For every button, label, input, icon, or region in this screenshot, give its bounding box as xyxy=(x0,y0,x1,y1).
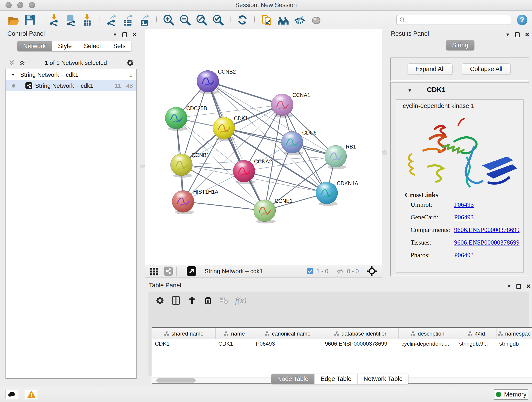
close-panel-icon[interactable]: ✕ xyxy=(132,31,137,38)
network-share-icon[interactable] xyxy=(164,267,173,276)
title-bar: Session: New Session xyxy=(0,0,532,11)
export-table-icon[interactable] xyxy=(121,13,134,27)
crosslink-row: Uniprot:P06493 xyxy=(411,201,474,208)
zoom-out-icon[interactable] xyxy=(178,13,192,27)
column-header-database-identifier[interactable]: database identifier xyxy=(322,328,399,339)
float-panel-icon[interactable] xyxy=(515,32,520,37)
network-edge[interactable] xyxy=(208,81,282,105)
crosslink-link[interactable]: P06493 xyxy=(454,251,474,259)
node-highlight xyxy=(168,108,180,115)
network-list: ▼ String Network – cdk1 1 String Network… xyxy=(6,69,137,379)
export-image-icon[interactable] xyxy=(138,13,151,27)
column-header-@id[interactable]: @id xyxy=(456,328,496,339)
zoom-in-icon[interactable] xyxy=(162,13,175,27)
birds-eye-view-icon[interactable] xyxy=(149,267,158,276)
network-canvas[interactable]: CCNB2CCNA1CDC25BCDK1CDC6RB1CCNB1CCNA2CDK… xyxy=(145,29,382,265)
delete-column-icon[interactable] xyxy=(203,296,213,305)
node-highlight xyxy=(256,201,268,208)
hide-selected-icon[interactable] xyxy=(293,13,306,27)
table-cell[interactable]: CDK1 xyxy=(152,339,215,349)
warnings-button[interactable] xyxy=(25,390,38,399)
table-cell[interactable]: stringdb:9... xyxy=(456,339,496,349)
memory-button[interactable]: Memory xyxy=(494,389,528,400)
left-splitter-handle[interactable] xyxy=(140,165,145,168)
network-graph[interactable]: CCNB2CCNA1CDC25BCDK1CDC6RB1CCNB1CCNA2CDK… xyxy=(145,29,382,265)
crosslink-label: Compartments: xyxy=(411,226,454,234)
collapse-entry-icon[interactable]: ▼ xyxy=(408,88,412,93)
tab-edge-table[interactable]: Edge Table xyxy=(314,374,357,384)
export-network-icon[interactable] xyxy=(105,13,118,27)
tab-node-table[interactable]: Node Table xyxy=(271,374,314,384)
main-toolbar: ? xyxy=(0,11,532,29)
open-folder-icon[interactable] xyxy=(7,13,20,27)
refresh-icon[interactable] xyxy=(236,13,249,27)
save-icon[interactable] xyxy=(23,13,36,27)
crosslink-link[interactable]: 9606.ENSP00000378699 xyxy=(454,239,519,246)
import-database-icon[interactable] xyxy=(64,13,77,27)
hidden-node-edge-counts: 0 - 0 xyxy=(347,268,359,275)
network-view-toolbar: String Network – cdk1 1 - 0 0 - 0 xyxy=(145,265,382,278)
tab-network-table[interactable]: Network Table xyxy=(357,374,409,384)
toolbar-separator xyxy=(332,267,332,276)
column-header-name[interactable]: name xyxy=(215,328,253,339)
network-row-selected[interactable]: String Network – cdk1 11 48 xyxy=(6,80,136,91)
expand-all-button[interactable]: Expand All xyxy=(408,64,452,75)
help-icon[interactable]: ? xyxy=(517,15,527,25)
table-cell[interactable]: 9606.ENSP00000378699 xyxy=(322,339,399,349)
zoom-fit-icon[interactable] xyxy=(195,13,208,27)
show-all-icon[interactable] xyxy=(310,13,323,27)
clone-network-icon[interactable] xyxy=(260,13,273,27)
crosslink-label: GeneCard: xyxy=(411,214,454,221)
selected-checkbox-icon[interactable] xyxy=(307,268,314,274)
import-table-icon[interactable] xyxy=(80,13,94,27)
float-panel-icon[interactable] xyxy=(122,32,127,37)
expand-collection-icon[interactable]: ▼ xyxy=(11,72,15,77)
network-icon xyxy=(25,82,32,89)
right-splitter-handle[interactable] xyxy=(382,150,387,155)
crosslink-link[interactable]: 9606.ENSP00000378699 xyxy=(454,226,519,234)
crosslink-label: Pharos: xyxy=(411,251,454,259)
crosslink-link[interactable]: P06493 xyxy=(454,201,474,208)
close-panel-icon[interactable]: ✕ xyxy=(525,31,530,38)
open-in-window-icon[interactable] xyxy=(187,266,196,276)
table-cell[interactable]: CDK1 xyxy=(215,339,253,349)
delete-table-icon xyxy=(220,296,228,305)
cloud-status-button[interactable] xyxy=(5,390,18,399)
panel-menu-icon[interactable]: ▼ xyxy=(507,284,511,289)
tab-select[interactable]: Select xyxy=(78,41,107,51)
crosslink-link[interactable]: P06493 xyxy=(454,214,474,221)
add-column-icon[interactable] xyxy=(187,296,196,305)
column-header-namespac[interactable]: namespac xyxy=(496,328,532,339)
tab-network[interactable]: Network xyxy=(17,41,52,51)
column-header-shared-name[interactable]: shared name xyxy=(152,328,215,339)
show-columns-icon[interactable] xyxy=(171,296,181,305)
panel-menu-icon[interactable]: ▼ xyxy=(113,32,117,37)
scrollbar-thumb[interactable] xyxy=(156,378,196,383)
network-edge[interactable] xyxy=(183,201,265,211)
table-row[interactable]: CDK1CDK1P064939606.ENSP00000378699cyclin… xyxy=(152,339,532,349)
collapse-all-icon[interactable] xyxy=(8,59,15,66)
network-edge[interactable] xyxy=(224,128,336,156)
expand-all-icon[interactable] xyxy=(19,59,26,66)
table-cell[interactable]: stringdb xyxy=(496,339,532,349)
first-neighbors-icon[interactable] xyxy=(277,13,290,27)
tab-style[interactable]: Style xyxy=(52,41,78,51)
table-cell[interactable]: P06493 xyxy=(253,339,322,349)
gear-icon[interactable] xyxy=(126,59,134,67)
panel-menu-icon[interactable]: ▼ xyxy=(505,32,510,37)
float-panel-icon[interactable] xyxy=(516,284,521,289)
zoom-selected-icon[interactable] xyxy=(211,13,225,27)
close-panel-icon[interactable]: ✕ xyxy=(526,283,531,290)
tab-sets[interactable]: Sets xyxy=(107,41,132,51)
collapse-all-button[interactable]: Collapse All xyxy=(462,64,511,75)
search-box[interactable] xyxy=(396,15,511,25)
table-gear-icon[interactable] xyxy=(155,296,165,305)
tab-string[interactable]: String xyxy=(446,40,474,51)
column-header-description[interactable]: description xyxy=(399,328,456,339)
search-input[interactable] xyxy=(408,17,506,23)
table-cell[interactable]: cyclin-dependent ... xyxy=(399,339,456,349)
pan-crosshair-icon[interactable] xyxy=(367,266,377,276)
network-collection-row[interactable]: ▼ String Network – cdk1 1 xyxy=(6,69,136,80)
column-header-canonical-name[interactable]: canonical name xyxy=(253,328,322,339)
import-network-icon[interactable] xyxy=(47,13,61,27)
